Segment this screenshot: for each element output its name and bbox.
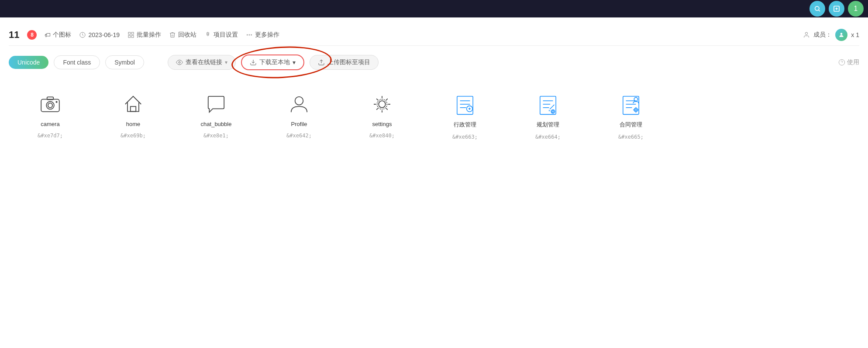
download-button[interactable]: 下载至本地 ▾ <box>241 55 304 70</box>
hetong-svg <box>620 93 642 116</box>
tab-unicode[interactable]: Unicode <box>9 56 48 69</box>
chat-bubble-svg <box>205 93 227 116</box>
svg-point-23 <box>48 103 52 107</box>
tab-font-class[interactable]: Font class <box>54 55 100 69</box>
icon-name-camera: camera <box>41 121 59 127</box>
icon-item-profile[interactable]: Profile &#xe642; <box>258 82 341 147</box>
view-link-label: 查看在线链接 <box>186 58 222 66</box>
svg-rect-6 <box>128 32 131 34</box>
member-count: x 1 <box>851 31 859 38</box>
svg-rect-7 <box>131 32 134 34</box>
icon-code-settings: &#xe840; <box>369 133 395 139</box>
icon-code-hetong: &#xe665; <box>618 134 644 140</box>
upload-button[interactable]: 上传图标至项目 <box>310 55 379 70</box>
user-count: 1 <box>854 5 858 13</box>
icon-code-guihua: &#xe664; <box>535 134 561 140</box>
icons-grid: camera &#xe7d7; home &#xe69b; chat_bubbl… <box>9 82 859 147</box>
svg-line-41 <box>550 105 554 109</box>
member-icon <box>803 31 810 38</box>
trash-icon <box>169 31 176 38</box>
xingzheng-svg <box>454 93 476 116</box>
trash-label: 回收站 <box>178 31 196 39</box>
tab-action-row: Unicode Font class Symbol 查看在线链接 ▾ 下载至本地… <box>9 55 859 70</box>
icon-item-settings[interactable]: settings &#xe840; <box>341 82 424 147</box>
settings-item[interactable]: 项目设置 <box>204 31 238 39</box>
download-icon <box>250 59 257 66</box>
icon-name-settings: settings <box>372 121 392 127</box>
trash-item[interactable]: 回收站 <box>169 31 196 39</box>
icon-count-item: 🏷 个图标 <box>45 31 71 39</box>
svg-point-19 <box>839 59 844 65</box>
svg-point-16 <box>179 61 180 63</box>
icon-item-camera[interactable]: camera &#xe7d7; <box>9 82 92 147</box>
svg-line-1 <box>819 10 820 11</box>
svg-point-10 <box>207 34 209 36</box>
search-button[interactable] <box>809 1 825 17</box>
user-button[interactable]: 1 <box>848 1 864 17</box>
guihua-svg <box>537 93 559 116</box>
icon-item-guihua[interactable]: 规划管理 &#xe664; <box>506 82 589 147</box>
svg-point-15 <box>840 33 843 35</box>
help-link[interactable]: 使用 <box>838 58 859 66</box>
icon-code-chat-bubble: &#xe8e1; <box>203 133 229 139</box>
project-title: 11 <box>9 29 19 41</box>
view-link-button[interactable]: 查看在线链接 ▾ <box>168 55 236 70</box>
icon-name-profile: Profile <box>291 121 307 127</box>
more-icon <box>246 31 253 38</box>
icon-name-xingzheng: 行政管理 <box>454 121 476 129</box>
icon-code-camera: &#xe7d7; <box>38 133 63 139</box>
avatar <box>835 29 847 41</box>
svg-rect-9 <box>131 35 134 38</box>
svg-rect-8 <box>128 35 131 38</box>
svg-point-22 <box>46 102 54 109</box>
date-item: 2023-06-19 <box>79 31 120 38</box>
settings-icon <box>204 31 211 38</box>
icon-name-guihua: 规划管理 <box>537 121 559 129</box>
icon-code-xingzheng: &#xe663; <box>452 134 478 140</box>
icon-badge: 8 <box>27 30 37 40</box>
icon-item-hetong[interactable]: 合同管理 &#xe665; <box>589 82 672 147</box>
svg-point-11 <box>247 34 248 35</box>
new-project-button[interactable] <box>829 1 844 17</box>
upload-icon <box>318 59 325 66</box>
date-label: 2023-06-19 <box>88 31 120 38</box>
icon-item-xingzheng[interactable]: 行政管理 &#xe663; <box>424 82 506 147</box>
camera-svg <box>39 93 62 116</box>
toolbar: 11 8 🏷 个图标 2023-06-19 批量操作 回收站 <box>9 24 859 46</box>
eye-icon <box>176 59 183 66</box>
icon-name-home: home <box>126 121 141 127</box>
more-label: 更多操作 <box>255 31 279 39</box>
svg-point-49 <box>634 108 637 112</box>
svg-point-12 <box>249 34 250 35</box>
svg-point-50 <box>635 109 637 111</box>
svg-point-0 <box>815 7 819 10</box>
download-arrow: ▾ <box>293 59 296 66</box>
batch-item[interactable]: 批量操作 <box>127 31 161 39</box>
icon-name-hetong: 合同管理 <box>620 121 642 129</box>
view-link-arrow: ▾ <box>225 59 227 65</box>
icon-count-icon: 🏷 <box>45 31 51 38</box>
batch-label: 批量操作 <box>137 31 161 39</box>
member-label: 成员： <box>813 31 832 39</box>
main-content: 11 8 🏷 个图标 2023-06-19 批量操作 回收站 <box>0 17 868 348</box>
top-bar: 1 <box>0 0 868 17</box>
tab-symbol[interactable]: Symbol <box>105 55 144 69</box>
clock-icon <box>79 31 86 38</box>
svg-point-27 <box>295 97 303 105</box>
home-svg <box>122 93 145 116</box>
icon-item-chat-bubble[interactable]: chat_bubble &#xe8e1; <box>175 82 258 147</box>
svg-point-25 <box>55 101 57 103</box>
more-item[interactable]: 更多操作 <box>246 31 279 39</box>
svg-rect-26 <box>131 106 136 111</box>
settings-label: 项目设置 <box>214 31 238 39</box>
settings-svg <box>371 93 393 116</box>
upload-label: 上传图标至项目 <box>327 58 370 66</box>
svg-point-13 <box>251 34 252 35</box>
svg-point-14 <box>806 32 808 34</box>
download-wrapper: 下载至本地 ▾ <box>241 55 304 70</box>
icon-count-label: 个图标 <box>53 31 71 39</box>
icon-code-profile: &#xe642; <box>286 133 312 139</box>
svg-point-28 <box>379 101 386 108</box>
icon-item-home[interactable]: home &#xe69b; <box>92 82 175 147</box>
avatar-icon <box>838 32 844 38</box>
